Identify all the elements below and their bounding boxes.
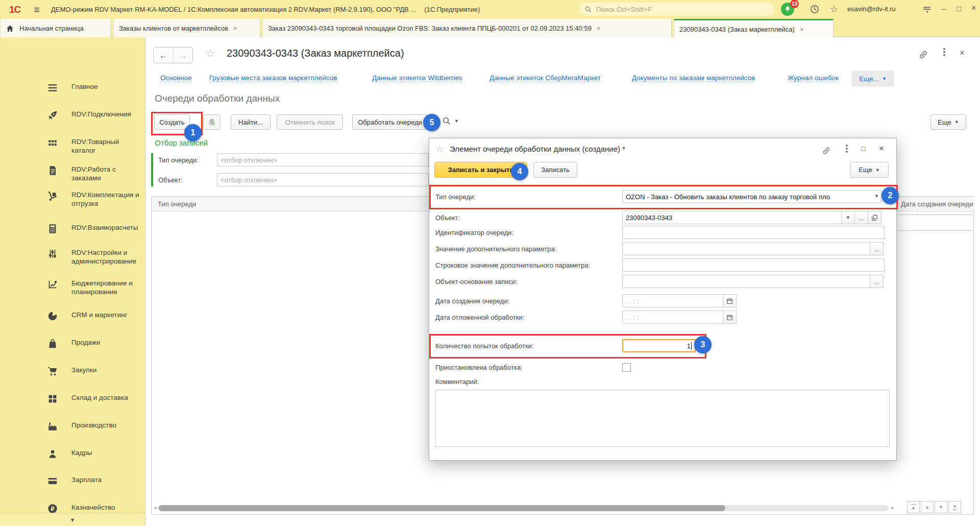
horizontal-scrollbar[interactable] bbox=[158, 505, 889, 511]
deferred-date-calendar-button[interactable] bbox=[723, 310, 737, 324]
page-favorite-star-icon[interactable]: ☆ bbox=[205, 47, 215, 60]
attempts-input[interactable]: 1 bbox=[622, 339, 696, 352]
sidebar-item-rdv-tovarny-katalog[interactable]: RDV:Товарный каталог bbox=[47, 137, 141, 155]
sidebar-item-kadry[interactable]: Кадры bbox=[47, 448, 141, 460]
sidebar-scroll-down[interactable]: ▼ bbox=[0, 513, 145, 526]
field-row-comment-label: Комментарий: bbox=[435, 374, 891, 389]
list-more-button[interactable]: Еще ▼ bbox=[930, 114, 966, 130]
create-button[interactable]: Создать bbox=[154, 114, 190, 130]
field-row-attempts: Количество попыток обработки: 1 bbox=[435, 339, 891, 353]
scroll-right-arrow-icon[interactable]: ► bbox=[891, 506, 895, 510]
created-date-input[interactable]: . . : : bbox=[622, 294, 723, 307]
sidebar-item-proizvodstvo[interactable]: Производство bbox=[47, 421, 141, 432]
dropdown-caret-icon[interactable]: ▼ bbox=[874, 194, 879, 199]
tab-close-icon[interactable]: × bbox=[800, 26, 804, 33]
param-value-input[interactable] bbox=[622, 242, 870, 255]
sidebar-item-sklad-dostavka[interactable]: Склад и доставка bbox=[47, 393, 141, 404]
field-row-queue-type: Тип очереди: OZON - Заказ - Обновить зак… bbox=[435, 189, 891, 204]
object-open-button[interactable] bbox=[868, 211, 881, 224]
dialog-favorite-star-icon[interactable]: ☆ bbox=[435, 144, 444, 155]
process-queues-button[interactable]: Обработать очереди bbox=[352, 114, 428, 130]
nav-link-etiketki-wildberries[interactable]: Данные этикеток Wildberries bbox=[372, 74, 462, 82]
sidebar-item-prodazhi[interactable]: Продажи bbox=[47, 338, 141, 349]
go-last-row-button[interactable]: ▼ bbox=[948, 501, 961, 513]
base-object-input[interactable] bbox=[622, 275, 870, 288]
forward-button[interactable]: → bbox=[174, 47, 193, 63]
deferred-date-input[interactable]: . . : : bbox=[622, 310, 723, 324]
sidebar-item-byudzhetirovanie[interactable]: Бюджетирование и планирование bbox=[47, 279, 141, 296]
sidebar-item-rdv-nastroyki[interactable]: RDV:Настройки и администрирование bbox=[47, 248, 141, 266]
param-string-input[interactable] bbox=[622, 258, 885, 272]
svg-text:₽: ₽ bbox=[51, 506, 55, 512]
sidebar-item-zarplata[interactable]: Зарплата bbox=[47, 475, 141, 487]
copy-item-button[interactable] bbox=[203, 114, 220, 130]
base-object-choose-button[interactable]: ... bbox=[870, 275, 884, 288]
current-user-email[interactable]: esavin@rdv-it.ru bbox=[847, 5, 896, 13]
column-header-created-date[interactable]: Дата создания очереди bbox=[897, 197, 974, 211]
order-document-icon bbox=[47, 165, 58, 176]
queue-type-input[interactable]: OZON - Заказ - Обновить заказы клиентов … bbox=[622, 190, 881, 203]
search-in-list-button[interactable]: ▼ bbox=[442, 116, 459, 126]
column-header-queue-type[interactable]: Тип очереди bbox=[158, 200, 196, 208]
chevron-down-icon: ▼ bbox=[882, 76, 887, 81]
nav-link-osnovnoe[interactable]: Основное bbox=[160, 74, 192, 82]
sidebar-item-rdv-vzaimoraschety[interactable]: RDV:Взаиморасчеты bbox=[47, 223, 141, 234]
dialog-maximize-icon[interactable]: □ bbox=[861, 145, 865, 153]
go-first-row-button[interactable]: ▲ bbox=[907, 501, 920, 513]
global-search[interactable] bbox=[579, 3, 774, 16]
favorites-star-icon[interactable]: ☆ bbox=[830, 4, 838, 15]
object-input[interactable]: 23090343-0343 bbox=[622, 211, 842, 224]
global-search-input[interactable] bbox=[595, 5, 761, 14]
get-link-icon[interactable] bbox=[918, 49, 929, 62]
tab-marketplace-orders[interactable]: Заказы клиентов от маркетплейсов × bbox=[113, 19, 260, 37]
nav-link-zhurnal-oshibok[interactable]: Журнал ошибок bbox=[788, 74, 839, 82]
dialog-close-icon[interactable]: × bbox=[879, 144, 884, 154]
tab-close-icon[interactable]: × bbox=[233, 25, 237, 32]
find-button[interactable]: Найти... bbox=[231, 114, 271, 130]
tab-home[interactable]: Начальная страница bbox=[0, 19, 111, 37]
calculator-icon bbox=[47, 223, 58, 234]
created-date-calendar-button[interactable] bbox=[723, 294, 737, 307]
sidebar-item-rdv-podklyucheniya[interactable]: RDV:Подключения bbox=[47, 110, 141, 121]
panel-settings-icon[interactable] bbox=[922, 5, 932, 15]
tab-close-icon[interactable]: × bbox=[597, 25, 601, 32]
window-restore-button[interactable]: □ bbox=[957, 5, 961, 12]
queue-id-input[interactable] bbox=[622, 226, 885, 239]
back-button[interactable]: ← bbox=[154, 47, 174, 63]
filter-queue-type-input[interactable] bbox=[217, 153, 429, 166]
window-minimize-button[interactable]: – bbox=[942, 5, 946, 12]
param-value-choose-button[interactable]: ... bbox=[870, 242, 884, 255]
nav-link-etiketki-sbermegamarket[interactable]: Данные этикеток СберМегаМаркет bbox=[489, 74, 601, 82]
sidebar-item-zakupki[interactable]: Закупки bbox=[47, 366, 141, 377]
nav-links-more-button[interactable]: Еще... ▼ bbox=[851, 70, 894, 87]
1c-logo: 1С bbox=[9, 4, 20, 15]
tab-marketplace-order-active[interactable]: 23090343-0343 (Заказ маркетплейса) × bbox=[674, 19, 834, 38]
object-choose-button[interactable]: ... bbox=[854, 211, 868, 224]
cancel-search-button[interactable]: Отменить поиск bbox=[277, 114, 343, 130]
sidebar-item-rdv-rabota-s-zakazami[interactable]: RDV:Работа с заказами bbox=[47, 165, 141, 182]
dialog-more-actions-icon[interactable] bbox=[846, 148, 848, 150]
row-up-button[interactable]: ▲ bbox=[921, 501, 934, 513]
filter-object-input[interactable] bbox=[217, 173, 429, 186]
chevron-down-icon: ▼ bbox=[875, 168, 880, 173]
form-close-icon[interactable]: × bbox=[960, 48, 965, 58]
comment-textarea[interactable] bbox=[435, 390, 890, 447]
sidebar-item-rdv-komplektaciya[interactable]: RDV:Комплектация и отгрузка bbox=[47, 190, 141, 208]
row-down-button[interactable]: ▼ bbox=[935, 501, 947, 513]
tab-ozon-order[interactable]: Заказ 23090343-0343 торговой площадки Oz… bbox=[262, 19, 672, 37]
window-close-button[interactable]: × bbox=[971, 4, 976, 12]
object-dropdown-button[interactable]: ▼ bbox=[841, 211, 855, 224]
sidebar-item-glavnoe[interactable]: Главное bbox=[47, 82, 141, 93]
more-actions-icon[interactable] bbox=[943, 51, 945, 53]
paused-checkbox[interactable] bbox=[622, 363, 631, 372]
dialog-get-link-icon[interactable] bbox=[821, 146, 831, 157]
scroll-left-arrow-icon[interactable]: ◄ bbox=[153, 506, 157, 510]
sidebar-item-crm-marketing[interactable]: CRM и маркетинг bbox=[47, 310, 141, 322]
horizontal-scrollbar-thumb[interactable] bbox=[159, 505, 725, 511]
save-button[interactable]: Записать bbox=[533, 162, 577, 178]
nav-link-dokumenty[interactable]: Документы по заказам маркетплейсов bbox=[632, 74, 755, 82]
nav-link-gruzovye-mesta[interactable]: Грузовые места заказов маркетплейсов bbox=[209, 74, 337, 82]
history-icon[interactable] bbox=[810, 4, 820, 16]
dialog-more-button[interactable]: Еще ▼ bbox=[850, 162, 889, 178]
main-menu-icon[interactable]: ≡ bbox=[34, 5, 40, 15]
